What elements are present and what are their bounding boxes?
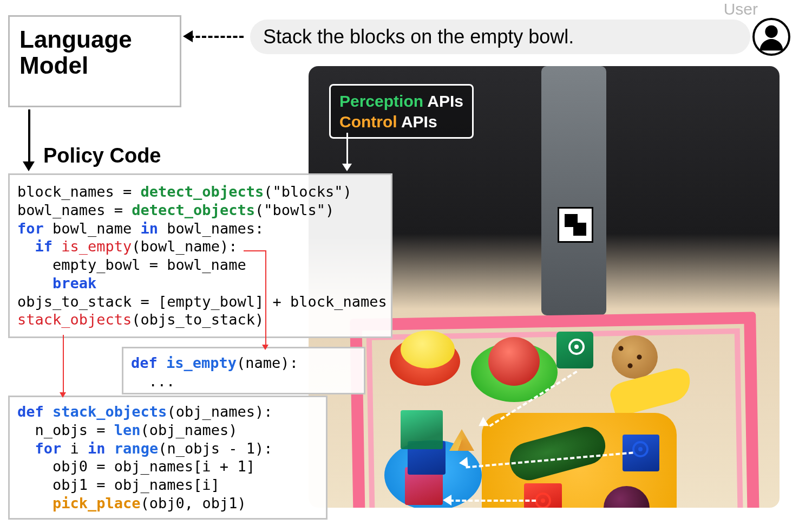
red-connector-stack-head bbox=[60, 392, 66, 398]
code-line: stack_objects(objs_to_stack) bbox=[17, 310, 383, 329]
code-line: def is_empty(name): bbox=[131, 354, 356, 372]
robot-arm bbox=[541, 66, 606, 315]
apple bbox=[488, 337, 540, 386]
code-token bbox=[17, 238, 35, 255]
code-token: empty_bowl = bowl_name bbox=[17, 256, 246, 273]
code-line: objs_to_stack = [empty_bowl] + block_nam… bbox=[17, 293, 383, 311]
code-token: bowl_names: bbox=[158, 220, 264, 237]
move-arrow-red bbox=[449, 500, 536, 502]
language-model-title-line1: Language bbox=[19, 27, 170, 53]
code-token: (name): bbox=[237, 354, 298, 371]
code-token: bowl_name bbox=[44, 220, 141, 237]
apis-word1: APIs bbox=[427, 92, 463, 110]
code-token: objs_to_stack = [empty_bowl] + block_nam… bbox=[17, 293, 387, 310]
code-token: stack_objects bbox=[17, 311, 132, 328]
code-line: obj1 = obj_names[i] bbox=[17, 476, 318, 494]
arrow-user-to-lm-head bbox=[183, 30, 193, 42]
code-line: break bbox=[17, 274, 383, 293]
red-connector-isempty-head bbox=[262, 345, 269, 350]
target-blue-cube bbox=[632, 441, 649, 457]
user-label: User bbox=[724, 0, 758, 18]
code-token: is_empty bbox=[61, 238, 132, 255]
code-line: empty_bowl = bowl_name bbox=[17, 256, 383, 274]
api-legend-control: Control APIs bbox=[339, 112, 463, 132]
policy-code-stack: def stack_objects(obj_names): n_objs = l… bbox=[8, 396, 328, 520]
code-token: def bbox=[17, 403, 44, 420]
control-label: Control bbox=[339, 113, 397, 131]
target-red-cube bbox=[535, 493, 551, 508]
code-token: n_objs = bbox=[17, 422, 114, 438]
code-token: is_empty bbox=[166, 354, 237, 371]
code-token: block_names = bbox=[17, 183, 141, 200]
code-line: pick_place(obj0, obj1) bbox=[17, 494, 318, 513]
code-token: pick_place bbox=[53, 495, 141, 511]
cookie bbox=[612, 335, 658, 379]
apis-word2: APIs bbox=[401, 113, 437, 131]
code-token bbox=[158, 354, 166, 371]
code-token: len bbox=[114, 422, 141, 438]
move-arrow-blue-head bbox=[459, 457, 468, 468]
code-token bbox=[17, 275, 53, 292]
api-legend-box: Perception APIs Control APIs bbox=[329, 84, 474, 139]
user-utterance-bubble: Stack the blocks on the empty bowl. bbox=[250, 20, 750, 54]
policy-code-main: block_names = detect_objects("blocks")bo… bbox=[8, 173, 392, 338]
code-token: (obj_names): bbox=[167, 403, 272, 420]
language-model-box: Language Model bbox=[8, 15, 181, 107]
api-legend-perception: Perception APIs bbox=[339, 91, 463, 112]
arrow-lm-to-policy-head bbox=[23, 161, 35, 171]
code-line: def stack_objects(obj_names): bbox=[17, 403, 318, 421]
language-model-title-line2: Model bbox=[19, 53, 170, 79]
code-token: for bbox=[35, 440, 62, 457]
code-token bbox=[17, 495, 53, 511]
red-connector-isempty-v bbox=[265, 250, 266, 346]
move-arrow-red-head bbox=[443, 495, 451, 506]
target-green-cube bbox=[568, 339, 585, 355]
code-token: if bbox=[35, 238, 53, 255]
code-token bbox=[106, 440, 114, 457]
code-line: block_names = detect_objects("blocks") bbox=[17, 183, 383, 201]
code-token: (obj0, obj1) bbox=[141, 495, 246, 511]
code-line: if is_empty(bowl_name): bbox=[17, 237, 383, 256]
code-token: i bbox=[61, 440, 88, 457]
code-token: range bbox=[114, 440, 158, 457]
code-token: (obj_names) bbox=[141, 422, 238, 438]
code-token: def bbox=[131, 354, 158, 371]
code-token: obj0 = obj_names[i + 1] bbox=[17, 458, 255, 475]
code-token bbox=[44, 403, 53, 420]
code-line: for i in range(n_objs - 1): bbox=[17, 439, 318, 458]
red-connector-stack-v bbox=[63, 335, 64, 393]
code-token: detect_objects bbox=[141, 183, 264, 200]
code-token: break bbox=[53, 275, 96, 292]
legend-arrow-head bbox=[342, 164, 352, 171]
green-cube-in-bowl bbox=[401, 410, 443, 449]
fiducial-marker-icon bbox=[558, 207, 593, 243]
code-token: ("blocks") bbox=[264, 183, 352, 200]
arrow-user-to-lm bbox=[189, 36, 244, 38]
code-token: ... bbox=[131, 373, 175, 390]
user-utterance-text: Stack the blocks on the empty bowl. bbox=[263, 25, 574, 48]
code-token bbox=[53, 238, 61, 255]
user-icon bbox=[752, 18, 790, 56]
code-token: (objs_to_stack) bbox=[132, 311, 264, 328]
perception-label: Perception bbox=[339, 92, 423, 110]
policy-code-isempty: def is_empty(name): ... bbox=[122, 347, 365, 394]
code-token: detect_objects bbox=[132, 202, 255, 218]
policy-code-label: Policy Code bbox=[43, 144, 161, 167]
code-token: in bbox=[88, 440, 106, 457]
code-line: obj0 = obj_names[i + 1] bbox=[17, 457, 318, 476]
code-token: stack_objects bbox=[53, 403, 167, 420]
code-token bbox=[17, 440, 35, 457]
code-token: obj1 = obj_names[i] bbox=[17, 476, 220, 493]
code-token: (n_objs - 1): bbox=[158, 440, 272, 457]
arrow-lm-to-policy bbox=[28, 109, 30, 164]
code-line: bowl_names = detect_objects("bowls") bbox=[17, 201, 383, 219]
lemon bbox=[401, 331, 455, 368]
code-token: in bbox=[141, 220, 159, 237]
red-connector-isempty-h bbox=[244, 250, 265, 251]
code-token: bowl_names = bbox=[17, 202, 132, 218]
code-line: for bowl_name in bowl_names: bbox=[17, 219, 383, 238]
code-line: ... bbox=[131, 372, 356, 391]
svg-point-0 bbox=[765, 25, 777, 38]
code-token: (bowl_name): bbox=[132, 238, 237, 255]
code-token: ("bowls") bbox=[255, 202, 334, 218]
